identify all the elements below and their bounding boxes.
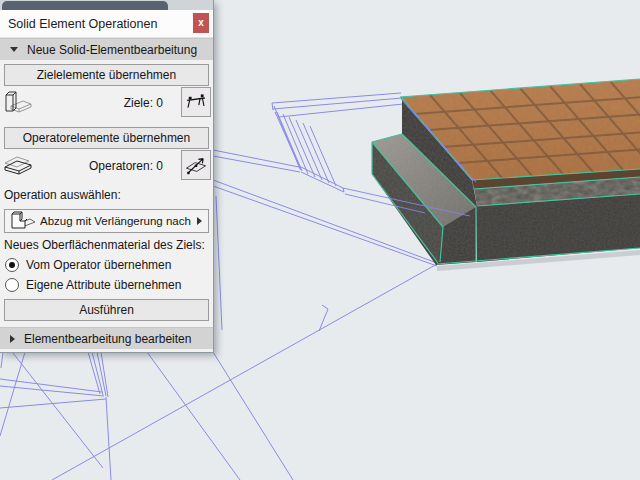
palette-drag-bar[interactable] xyxy=(2,1,168,10)
execute-button[interactable]: Ausführen xyxy=(4,299,209,321)
operators-count-row: Operatoren: 0 xyxy=(0,149,213,183)
show-operators-button[interactable] xyxy=(181,150,211,180)
section-header-new-operation[interactable]: Neue Solid-Elementbearbeitung xyxy=(0,38,213,60)
get-target-elements-button[interactable]: Zielelemente übernehmen xyxy=(4,64,209,86)
radio-label: Vom Operator übernehmen xyxy=(26,258,171,272)
palette-titlebar[interactable]: Solid Element Operationen x xyxy=(0,10,213,38)
section-header-edit-operation[interactable]: Elementbearbeitung bearbeiten xyxy=(0,327,213,349)
expand-triangle-icon xyxy=(10,335,15,343)
slab-arrow-icon xyxy=(184,153,208,177)
palette-title: Solid Element Operationen xyxy=(8,17,157,31)
show-targets-button[interactable] xyxy=(181,87,211,117)
section-label: Elementbearbeitung bearbeiten xyxy=(24,332,191,346)
operation-selected-value: Abzug mit Verlängerung nach ... xyxy=(40,215,193,227)
operation-dropdown[interactable]: Abzug mit Verlängerung nach ... xyxy=(4,209,209,233)
section-label: Neue Solid-Elementbearbeitung xyxy=(27,43,197,57)
radio-label: Eigene Attribute übernehmen xyxy=(26,278,181,292)
close-button[interactable]: x xyxy=(193,13,209,33)
radio-button-selected[interactable] xyxy=(5,258,19,272)
get-operator-elements-button[interactable]: Operatorelemente übernehmen xyxy=(4,127,209,149)
operator-element-icon xyxy=(3,152,33,180)
subtraction-operation-icon xyxy=(8,210,36,232)
radio-option-own-attributes[interactable]: Eigene Attribute übernehmen xyxy=(5,278,213,292)
operation-select-label: Operation auswählen: xyxy=(4,188,213,202)
radio-button-unselected[interactable] xyxy=(5,278,19,292)
targets-count-label: Ziele: 0 xyxy=(124,96,163,110)
dropdown-arrow-icon xyxy=(197,217,202,225)
operators-count-label: Operatoren: 0 xyxy=(89,159,163,173)
target-element-icon xyxy=(3,89,33,117)
table-legs-icon xyxy=(184,90,208,114)
surface-material-label: Neues Oberflächenmaterial des Ziels: xyxy=(4,238,213,252)
targets-count-row: Ziele: 0 xyxy=(0,86,213,120)
radio-option-from-operator[interactable]: Vom Operator übernehmen xyxy=(5,258,213,272)
palette-grip-area[interactable] xyxy=(0,0,213,10)
solid-element-operations-palette: Solid Element Operationen x Neue Solid-E… xyxy=(0,0,214,353)
collapse-triangle-icon xyxy=(10,47,18,52)
